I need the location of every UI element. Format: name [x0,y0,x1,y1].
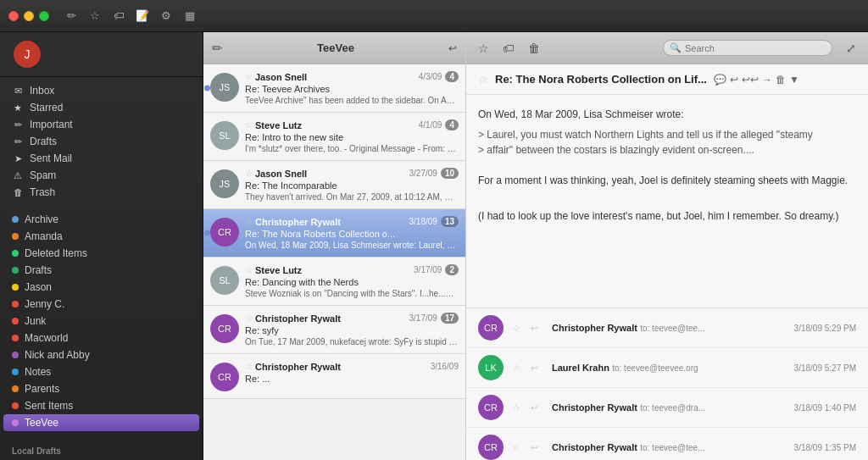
thread-reply-icon[interactable]: ↩ [531,323,538,334]
email-count-badge: 4 [445,71,459,82]
sidebar-item-important[interactable]: ✏ Important [0,116,203,133]
email-star-icon[interactable]: ☆ [245,313,253,324]
sidebar-label: Jason [25,281,52,293]
email-subject: Re: syfy [245,325,459,335]
spam-icon: ⚠ [12,170,24,181]
email-content: ☆ Christopher Rywalt 3/18/09 13 Re: The … [245,216,459,250]
forward-icon[interactable]: → [762,74,772,86]
subject-star-icon[interactable]: ☆ [478,73,488,86]
email-star-icon[interactable]: ☆ [245,119,253,130]
title-bar-icons: ✏ ☆ 🏷 📝 ⚙ ▦ [58,8,868,25]
thread-star-icon[interactable]: ☆ [512,402,520,413]
important-icon: ✏ [12,119,24,130]
email-star-icon[interactable]: ☆ [245,71,253,82]
thread-item[interactable]: CR ☆ ↩ Christopher Rywalt to: teevee@dra… [466,388,868,428]
tag-icon[interactable]: 🏷 [110,8,127,25]
sidebar-item-nick-and-abby[interactable]: Nick and Abby [0,346,203,363]
trash-toolbar-icon[interactable]: 🗑 [524,38,544,58]
sidebar-item-spam[interactable]: ⚠ Spam [0,167,203,184]
thread-star-icon[interactable]: ☆ [512,323,520,334]
note-icon[interactable]: 📝 [134,8,151,25]
sidebar-item-drafts[interactable]: ✏ Drafts [0,133,203,150]
sidebar-item-parents[interactable]: Parents [0,380,203,397]
reply-all-icon[interactable]: ↩↩ [742,74,759,86]
email-count-badge: 2 [445,264,459,275]
back-icon[interactable]: ↩ [448,42,457,54]
thread-item[interactable]: CR ☆ ↩ Christopher Rywalt to: teevee@tee… [466,428,868,460]
sidebar-item-drafts2[interactable]: Drafts [0,262,203,279]
thread-item[interactable]: LK ☆ ↩ Laurel Krahn to: teevee@teevee.or… [466,348,868,388]
email-header-row: ☆ Christopher Rywalt 3/16/09 [245,361,459,372]
email-item[interactable]: JS ☆ Jason Snell 4/3/09 4 Re: Teevee Arc… [203,64,465,113]
delete-action-icon[interactable]: 🗑 [776,74,786,86]
grid-icon[interactable]: ▦ [181,8,198,25]
flag-toolbar-icon[interactable]: ☆ [473,38,493,58]
email-content: ☆ Steve Lutz 4/1/09 4 Re: Intro to the n… [245,119,459,153]
search-input[interactable] [685,43,826,53]
sidebar-item-notes[interactable]: Notes [0,363,203,380]
compose-icon[interactable]: ✏ [63,8,80,25]
email-detail-pane: ☆ 🏷 🗑 🔍 ⤢ ☆ Re: The Nora Roberts Collect… [466,32,868,460]
detail-search-box[interactable]: 🔍 [663,40,832,56]
email-date: 3/27/09 [409,169,437,178]
sidebar-item-sent-items[interactable]: Sent Items [0,397,203,414]
settings-icon[interactable]: ⚙ [158,8,175,25]
inbox-icon: ✉ [12,86,24,97]
sidebar-label: Archive [25,213,58,225]
sidebar-item-jenny-c[interactable]: Jenny C. [0,296,203,313]
dot-icon [12,352,19,358]
email-item[interactable]: SL ☆ Steve Lutz 3/17/09 2 Re: Dancing wi… [203,258,465,306]
sidebar-item-starred[interactable]: ★ Starred [0,99,203,116]
sidebar-item-deleted-items[interactable]: Deleted Items [0,245,203,262]
email-star-icon[interactable]: ☆ [245,168,253,179]
dot-icon [12,233,19,240]
dot-icon [12,267,19,274]
sidebar-item-trash[interactable]: 🗑 Trash [0,184,203,201]
label-toolbar-icon[interactable]: 🏷 [498,38,519,58]
compose-email-icon[interactable]: ✏ [212,41,223,56]
maximize-button[interactable] [39,11,49,21]
email-sender: Steve Lutz [255,265,302,275]
sidebar-item-inbox[interactable]: ✉ Inbox [0,82,203,99]
unread-dot [204,230,210,236]
email-count-badge: 13 [441,216,459,227]
reply-icon[interactable]: ↩ [730,74,738,86]
email-item[interactable]: CR ☆ Christopher Rywalt 3/18/09 13 Re: T… [203,209,465,258]
thread-reply-icon[interactable]: ↩ [531,363,538,374]
email-date: 3/17/09 [414,265,442,274]
thread-reply-icon[interactable]: ↩ [531,402,538,413]
sidebar-item-amanda[interactable]: Amanda [0,228,203,245]
window-controls [0,11,58,21]
thread-item[interactable]: CR ☆ ↩ Christopher Rywalt to: teevee@tee… [466,308,868,348]
user-avatar[interactable]: J [14,41,41,68]
email-item[interactable]: CR ☆ Christopher Rywalt 3/16/09 Re: ... [203,354,465,399]
thread-star-icon[interactable]: ☆ [512,363,520,374]
thread-sender: Christopher Rywalt [552,402,637,413]
sidebar-label-trash: Trash [30,186,55,198]
star-icon[interactable]: ☆ [86,8,103,25]
more-icon[interactable]: ▼ [789,74,799,86]
thread-reply-icon[interactable]: ↩ [531,442,538,453]
minimize-button[interactable] [24,11,34,21]
close-button[interactable] [8,11,19,21]
email-star-icon[interactable]: ☆ [245,264,253,275]
sidebar-item-macworld[interactable]: Macworld [0,330,203,346]
sidebar-item-archive[interactable]: Archive [0,211,203,228]
sidebar-item-junk[interactable]: Junk [0,313,203,330]
sidebar-item-jason[interactable]: Jason [0,279,203,296]
email-subject: Re: Teevee Archives [245,84,459,94]
email-item[interactable]: JS ☆ Jason Snell 3/27/09 10 Re: The Inco… [203,161,465,209]
email-star-icon[interactable]: ☆ [245,361,253,372]
email-item[interactable]: CR ☆ Christopher Rywalt 3/17/09 17 Re: s… [203,306,465,354]
email-content: ☆ Jason Snell 4/3/09 4 Re: Teevee Archiv… [245,71,459,105]
comment-icon[interactable]: 💬 [714,74,726,86]
sidebar-item-teevee[interactable]: TeeVee [3,414,199,431]
email-date: 4/3/09 [419,72,442,81]
email-subject-text: Re: The Nora Roberts Collection on Lif..… [495,73,707,86]
email-star-icon[interactable]: ☆ [245,216,253,227]
expand-icon[interactable]: ⤢ [841,38,861,58]
email-item[interactable]: SL ☆ Steve Lutz 4/1/09 4 Re: Intro to th… [203,113,465,161]
thread-star-icon[interactable]: ☆ [512,442,520,453]
sidebar-item-sent[interactable]: ➤ Sent Mail [0,150,203,167]
email-avatar: SL [210,121,239,150]
